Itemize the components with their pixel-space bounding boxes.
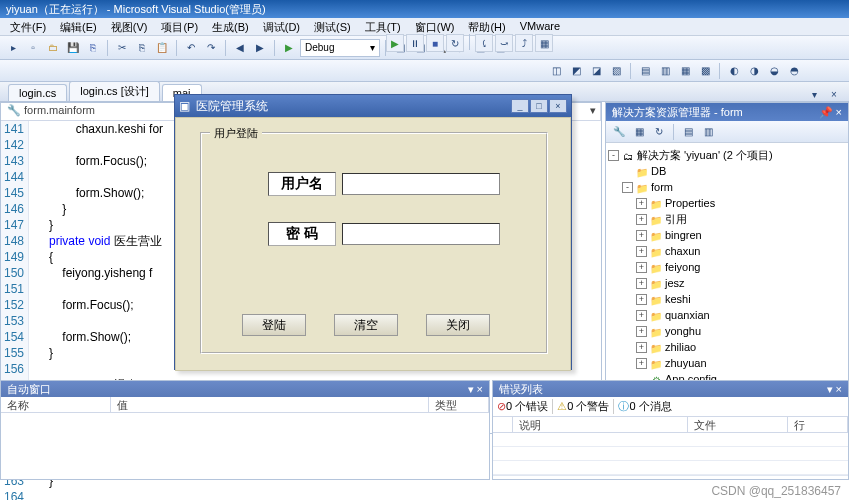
continue-icon[interactable]: ▶	[386, 34, 404, 52]
autos-col-type[interactable]: 类型	[429, 397, 489, 412]
tool-k-icon[interactable]: ◒	[765, 62, 783, 80]
username-input[interactable]	[342, 173, 500, 195]
autos-col-name[interactable]: 名称	[1, 397, 111, 412]
hex-icon[interactable]: ▦	[535, 34, 553, 52]
close-icon[interactable]: ×	[836, 106, 842, 118]
menu-item[interactable]: 编辑(E)	[54, 19, 103, 34]
err-col-blank[interactable]	[493, 417, 513, 432]
tool-d-icon[interactable]: ▧	[607, 62, 625, 80]
add-item-icon[interactable]: ▫	[24, 39, 42, 57]
autos-close-icon[interactable]: ×	[477, 383, 483, 395]
tool-g-icon[interactable]: ▦	[676, 62, 694, 80]
tool-b-icon[interactable]: ◩	[567, 62, 585, 80]
tree-node[interactable]: +📁feiyong	[608, 259, 846, 275]
menu-item[interactable]: 工具(T)	[359, 19, 407, 34]
expander-icon[interactable]: +	[636, 214, 647, 225]
pause-icon[interactable]: ⏸	[406, 34, 424, 52]
expander-icon[interactable]: +	[636, 198, 647, 209]
errors-close-icon[interactable]: ×	[836, 383, 842, 395]
tree-node[interactable]: +📁yonghu	[608, 323, 846, 339]
stop-icon[interactable]: ■	[426, 34, 444, 52]
expander-icon[interactable]: +	[636, 294, 647, 305]
autos-col-value[interactable]: 值	[111, 397, 429, 412]
redo-icon[interactable]: ↷	[202, 39, 220, 57]
cut-icon[interactable]: ✂	[113, 39, 131, 57]
expander-icon[interactable]: +	[636, 230, 647, 241]
errors-count[interactable]: ⊘0 个错误	[497, 399, 548, 414]
step-into-icon[interactable]: ⤹	[475, 34, 493, 52]
pin-icon[interactable]: 📌	[819, 106, 833, 118]
tool-j-icon[interactable]: ◑	[745, 62, 763, 80]
tree-node[interactable]: +📁quanxian	[608, 307, 846, 323]
tab-close-icon[interactable]: ×	[825, 85, 843, 103]
step-over-icon[interactable]: ⤻	[495, 34, 513, 52]
menu-item[interactable]: 生成(B)	[206, 19, 255, 34]
solution-root[interactable]: -🗂解决方案 'yiyuan' (2 个项目)	[608, 147, 846, 163]
tree-node[interactable]: +📁keshi	[608, 291, 846, 307]
tool-c-icon[interactable]: ◪	[587, 62, 605, 80]
tool-i-icon[interactable]: ◐	[725, 62, 743, 80]
window-close-icon[interactable]: ×	[549, 99, 567, 113]
copy-icon[interactable]: ⎘	[133, 39, 151, 57]
expander-icon[interactable]: +	[636, 326, 647, 337]
menu-item[interactable]: 测试(S)	[308, 19, 357, 34]
expander-icon[interactable]: +	[636, 310, 647, 321]
expander-icon[interactable]: +	[636, 262, 647, 273]
menu-item[interactable]: 帮助(H)	[462, 19, 511, 34]
tree-node[interactable]: -📁form	[608, 179, 846, 195]
start-debug-icon[interactable]: ▶	[280, 39, 298, 57]
sol-view-code-icon[interactable]: ▤	[679, 123, 697, 141]
step-out-icon[interactable]: ⤴	[515, 34, 533, 52]
document-tab[interactable]: login.cs	[8, 84, 67, 101]
err-col-file[interactable]: 文件	[688, 417, 788, 432]
sol-view-designer-icon[interactable]: ▥	[699, 123, 717, 141]
warnings-count[interactable]: ⚠0 个警告	[552, 399, 609, 414]
clear-button[interactable]: 清空	[334, 314, 398, 336]
expander-icon[interactable]: +	[636, 358, 647, 369]
close-button[interactable]: 关闭	[426, 314, 490, 336]
menu-item[interactable]: 调试(D)	[257, 19, 306, 34]
minimize-icon[interactable]: _	[511, 99, 529, 113]
login-titlebar[interactable]: ▣ 医院管理系统 _ □ ×	[175, 95, 571, 117]
menu-item[interactable]: 窗口(W)	[409, 19, 461, 34]
document-tab[interactable]: login.cs [设计]	[69, 81, 159, 101]
menu-item[interactable]: 视图(V)	[105, 19, 154, 34]
tree-node[interactable]: 📁DB	[608, 163, 846, 179]
expander-icon[interactable]: -	[622, 182, 633, 193]
expander-icon[interactable]: +	[636, 278, 647, 289]
nav-back-icon[interactable]: ◀	[231, 39, 249, 57]
tree-node[interactable]: +📁bingren	[608, 227, 846, 243]
tool-f-icon[interactable]: ▥	[656, 62, 674, 80]
tree-node[interactable]: +📁zhuyuan	[608, 355, 846, 371]
autos-dropdown-icon[interactable]: ▾	[468, 383, 474, 395]
open-icon[interactable]: 🗀	[44, 39, 62, 57]
sol-properties-icon[interactable]: 🔧	[610, 123, 628, 141]
err-col-desc[interactable]: 说明	[513, 417, 688, 432]
paste-icon[interactable]: 📋	[153, 39, 171, 57]
tree-node[interactable]: +📁zhiliao	[608, 339, 846, 355]
config-combo[interactable]: Debug▾	[300, 39, 380, 57]
errors-dropdown-icon[interactable]: ▾	[827, 383, 833, 395]
restart-icon[interactable]: ↻	[446, 34, 464, 52]
save-icon[interactable]: 💾	[64, 39, 82, 57]
password-input[interactable]	[342, 223, 500, 245]
tree-node[interactable]: +📁chaxun	[608, 243, 846, 259]
login-button[interactable]: 登陆	[242, 314, 306, 336]
tab-dropdown-icon[interactable]: ▾	[805, 85, 823, 103]
messages-count[interactable]: ⓘ0 个消息	[613, 399, 671, 414]
tree-node[interactable]: +📁jesz	[608, 275, 846, 291]
undo-icon[interactable]: ↶	[182, 39, 200, 57]
sol-showall-icon[interactable]: ▦	[630, 123, 648, 141]
tool-e-icon[interactable]: ▤	[636, 62, 654, 80]
tree-node[interactable]: +📁Properties	[608, 195, 846, 211]
expander-icon[interactable]: +	[636, 246, 647, 257]
err-col-line[interactable]: 行	[788, 417, 848, 432]
new-project-icon[interactable]: ▸	[4, 39, 22, 57]
sol-refresh-icon[interactable]: ↻	[650, 123, 668, 141]
menu-item[interactable]: 项目(P)	[155, 19, 204, 34]
expander-icon[interactable]: +	[636, 342, 647, 353]
tool-a-icon[interactable]: ◫	[547, 62, 565, 80]
tool-l-icon[interactable]: ◓	[785, 62, 803, 80]
menu-item[interactable]: VMware	[514, 19, 566, 34]
tree-node[interactable]: +📁引用	[608, 211, 846, 227]
